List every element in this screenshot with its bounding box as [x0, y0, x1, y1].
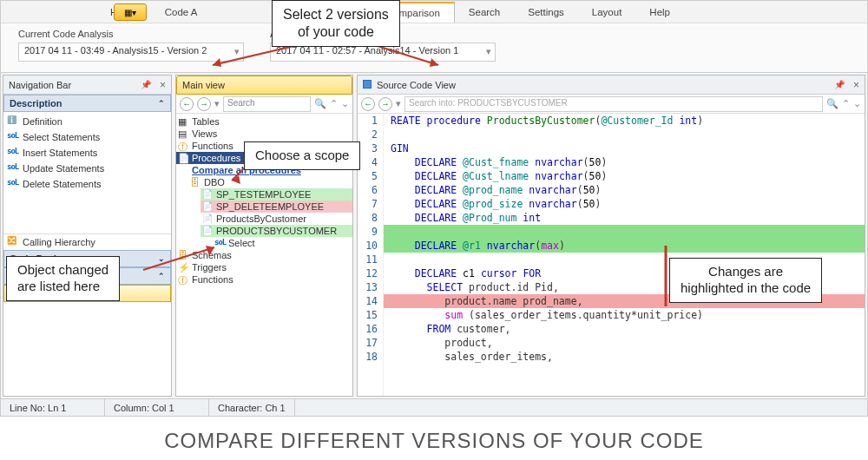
tree-proc-item[interactable]: 📄ProductsByCustomer [201, 213, 352, 225]
tree-dbo[interactable]: 🗄DBO [188, 176, 352, 188]
footer-caption: COMPARE DIFFERENT VERSIONS OF YOUR CODE [0, 429, 868, 453]
code-line[interactable]: GIN [384, 141, 865, 155]
pin-icon[interactable]: 📌 [834, 80, 845, 89]
sql-icon [7, 162, 19, 174]
schema-icon: 🗄 [178, 250, 190, 261]
search-icon[interactable]: 🔍 [314, 98, 326, 109]
code-line[interactable] [384, 128, 865, 141]
view-icon: ▤ [178, 128, 190, 140]
proc-icon: 📄 [202, 189, 214, 200]
nav-panel-title: Navigation Bar [9, 80, 71, 90]
section-description[interactable]: Description⌃ [3, 95, 171, 112]
close-icon[interactable]: × [160, 79, 166, 91]
source-code-panel: Source Code View 📌 × ← → ▾ Search into: … [357, 75, 865, 397]
version-selectors: Current Code Analysis 2017 04 11 - 03:49… [1, 23, 867, 73]
status-column: Column: Col 1 [105, 399, 209, 416]
forward-icon[interactable]: → [378, 97, 392, 111]
sql-icon [7, 131, 19, 143]
code-line[interactable]: DECLARE @r1 nvarchar(max) [384, 239, 865, 253]
callout-objects-changed: Object changedare listed here [6, 256, 120, 301]
code-line[interactable]: DECLARE @Prod_num int [384, 211, 865, 225]
status-character: Character: Ch 1 [209, 399, 295, 416]
app-menu-button[interactable]: ▦▾ [114, 3, 147, 21]
back-icon[interactable]: ← [180, 97, 194, 111]
current-analysis-combo[interactable]: 2017 04 11 - 03:49 - Analysis15 - Versio… [18, 43, 244, 62]
nav-item-update-statements[interactable]: Update Statements [3, 161, 171, 176]
status-line: Line No: Ln 1 [1, 399, 105, 416]
tree-proc-item[interactable]: 📄SP_DELETEEMPLOYEE [201, 200, 352, 213]
nav-item-insert-statements[interactable]: Insert Statements [3, 145, 171, 161]
main-view-panel: Main view ← → ▾ Search 🔍 ⌃⌄ ▦Tables ▤Vie… [175, 75, 353, 397]
tree-schemas[interactable]: 🗄Schemas [176, 249, 352, 261]
callout-choose-scope: Choose a scope [244, 141, 360, 170]
tree-triggers[interactable]: ⚡Triggers [176, 261, 352, 273]
tab-help[interactable]: Help [635, 3, 684, 22]
table-icon: ▦ [178, 116, 190, 128]
code-line[interactable]: DECLARE @prod_size nvarchar(50) [384, 197, 865, 211]
proc-icon: 📄 [202, 214, 214, 225]
pin-icon[interactable]: 📌 [141, 80, 151, 89]
sql-icon [7, 147, 19, 159]
main-view-title: Main view [182, 80, 225, 90]
search-icon[interactable]: 🔍 [826, 98, 838, 109]
tree-proc-select[interactable]: Select [213, 237, 352, 249]
code-line[interactable] [384, 225, 865, 239]
code-line[interactable]: sales_order_items, [384, 350, 865, 364]
proc-icon: 📄 [202, 201, 214, 213]
tree-proc-item[interactable]: 📄PRODUCTSBYCUSTOMER [201, 225, 352, 237]
code-panel-title: Source Code View [377, 80, 456, 90]
code-line[interactable]: DECLARE @Cust_lname nvarchar(50) [384, 169, 865, 183]
info-icon: ℹ️ [7, 115, 19, 128]
nav-item-definition[interactable]: ℹ️Definition [3, 114, 171, 129]
function-icon: ⓕ [178, 141, 190, 152]
nav-item-delete-statements[interactable]: Delete Statements [3, 176, 171, 192]
schema-icon: 🗄 [190, 177, 202, 188]
proc-icon: 📄 [202, 226, 214, 237]
code-line[interactable]: product, [384, 336, 865, 350]
code-search-input[interactable]: Search into: PRODUCTSBYCUSTOMER [404, 96, 823, 112]
back-icon[interactable]: ← [361, 97, 375, 111]
nav-item-calling-hierarchy[interactable]: 🔀Calling Hierarchy [3, 233, 171, 250]
code-line[interactable]: REATE procedure ProductsByCustomer(@Cust… [384, 114, 865, 128]
mainview-search-input[interactable]: Search [223, 96, 311, 112]
tab-settings[interactable]: Settings [514, 3, 578, 22]
tab-layout[interactable]: Layout [578, 3, 636, 22]
tree-tables[interactable]: ▦Tables [176, 115, 352, 128]
trigger-icon: ⚡ [178, 262, 190, 273]
procedure-icon: 📄 [178, 153, 190, 164]
callout-select-versions: Select 2 versionsof your code [272, 0, 400, 47]
tab-code-analysis[interactable]: Code A [151, 3, 212, 22]
current-analysis-label: Current Code Analysis [18, 29, 244, 39]
sql-icon [7, 178, 19, 190]
function-icon: ⓕ [178, 274, 190, 286]
navigation-panel: Navigation Bar 📌 × Description⌃ ℹ️Defini… [3, 75, 172, 397]
tab-search[interactable]: Search [455, 3, 514, 22]
code-line[interactable]: DECLARE @prod_name nvarchar(50) [384, 183, 865, 197]
nav-item-select-statements[interactable]: Select Statements [3, 129, 171, 145]
sql-icon [214, 238, 227, 249]
tree-proc-item[interactable]: 📄SP_TESTEMPLOYEE [201, 188, 352, 200]
forward-icon[interactable]: → [197, 97, 211, 111]
cube-icon [363, 80, 373, 90]
close-icon[interactable]: × [853, 79, 859, 91]
code-line[interactable]: FROM customer, [384, 322, 865, 336]
code-lines[interactable]: REATE procedure ProductsByCustomer(@Cust… [384, 114, 865, 396]
code-gutter: 123456789101112131415161718 [358, 114, 384, 396]
tree-functions-2[interactable]: ⓕFunctions [176, 273, 352, 286]
code-line[interactable]: sum (sales_order_items.quantity*unit_pri… [384, 308, 865, 322]
status-bar: Line No: Ln 1 Column: Col 1 Character: C… [1, 398, 867, 416]
hierarchy-icon: 🔀 [7, 236, 19, 248]
callout-changes-highlighted: Changes arehighlighted in the code [669, 258, 822, 303]
code-line[interactable]: DECLARE @Cust_fname nvarchar(50) [384, 155, 865, 169]
tree-views[interactable]: ▤Views [176, 128, 352, 140]
ribbon-tabs: ▦▾ Home Code A n Comparison Search Setti… [1, 1, 867, 23]
